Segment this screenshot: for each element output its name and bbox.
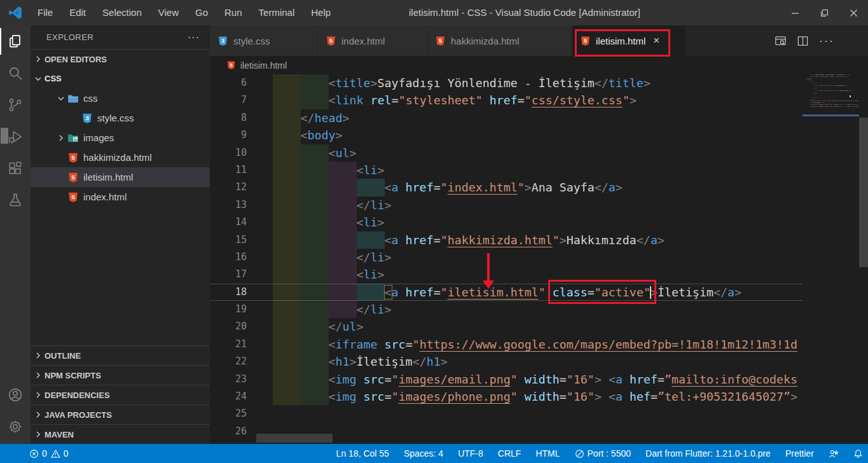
menu-terminal[interactable]: Terminal (251, 0, 303, 25)
file-item-iletisim.html[interactable]: 5iletisim.html (31, 167, 210, 187)
activity-testing[interactable] (0, 184, 31, 216)
line-number: 15 (210, 232, 247, 249)
restore-icon[interactable] (809, 0, 839, 25)
line-number: 11 (210, 162, 247, 179)
account-icon (7, 387, 24, 403)
status-prettier[interactable]: Prettier (785, 448, 814, 459)
folder-item-images[interactable]: images (31, 128, 210, 148)
tab-hakkimizda.html[interactable]: 5hakkimizda.html (427, 25, 572, 56)
activity-accounts[interactable] (0, 379, 31, 411)
open-editors-section[interactable]: OPEN EDITORS (31, 49, 210, 69)
code-line-13[interactable]: 13</li> (210, 197, 803, 214)
status-utf-8[interactable]: UTF-8 (458, 448, 483, 459)
status-0[interactable]: 0 (51, 448, 69, 459)
file-item-hakkimizda.html[interactable]: 5hakkimizda.html (31, 148, 210, 167)
menu-view[interactable]: View (150, 0, 187, 25)
more-actions-icon[interactable]: ··· (819, 34, 834, 48)
code-line-20[interactable]: 20</ul> (210, 318, 803, 335)
folder-item-css[interactable]: css (31, 88, 210, 108)
line-number: 12 (210, 179, 247, 196)
line-number: 14 (210, 214, 247, 231)
code-line-9[interactable]: 9<body> (210, 127, 803, 144)
close-icon[interactable] (839, 0, 868, 25)
menu-selection[interactable]: Selection (94, 0, 150, 25)
line-number: 6 (210, 74, 247, 92)
run-debug-icon (7, 128, 24, 145)
code-line-14[interactable]: 14<li> (210, 214, 803, 231)
status-crlf[interactable]: CRLF (498, 448, 521, 459)
status-bar: 00 Ln 18, Col 55Spaces: 4UTF-8CRLFHTMLPo… (0, 444, 868, 463)
code-line-6[interactable]: 6<title>Sayfadışı Yönlendime - İletişim<… (210, 74, 803, 92)
more-actions-icon[interactable]: ··· (188, 32, 200, 43)
status-0[interactable]: 0 (29, 448, 47, 459)
activity-extensions[interactable] (0, 153, 31, 184)
split-editor-icon[interactable] (797, 35, 809, 47)
warning-icon (51, 449, 60, 459)
open-preview-icon[interactable] (775, 35, 787, 47)
item-label: css (83, 93, 98, 104)
code-line-8[interactable]: 8</head> (210, 109, 803, 127)
tab-label: hakkimizda.html (451, 36, 520, 46)
svg-text:5: 5 (439, 38, 442, 44)
menu-go[interactable]: Go (187, 0, 216, 25)
line-number: 9 (210, 127, 247, 144)
file-item-index.html[interactable]: 5index.html (31, 187, 210, 207)
workspace-root[interactable]: CSS (31, 69, 210, 88)
code-line-11[interactable]: 11<li> (210, 162, 803, 179)
code-line-22[interactable]: 22<h1>İletişim</h1> (210, 353, 803, 370)
menu-help[interactable]: Help (303, 0, 339, 25)
code-line-19[interactable]: 19</li> (210, 301, 803, 318)
horizontal-scrollbar[interactable] (256, 434, 333, 443)
folder-css-icon (67, 93, 79, 104)
code-line-7[interactable]: 7<link rel="stylesheet" href="css/style.… (210, 92, 803, 109)
tab-style.css[interactable]: 3style.css (210, 25, 318, 56)
section-java-projects[interactable]: JAVA PROJECTS (31, 404, 210, 424)
code-line-16[interactable]: 16</li> (210, 249, 803, 266)
tab-label: index.html (341, 36, 385, 46)
files-icon (7, 33, 24, 50)
file-item-style.css[interactable]: 3style.css (31, 108, 210, 128)
activity-search[interactable] (0, 57, 31, 89)
activity-source-control[interactable] (0, 89, 31, 121)
tab-index.html[interactable]: 5index.html (318, 25, 427, 56)
minimap-current-line (803, 114, 859, 116)
status-feedback-icon[interactable] (829, 449, 839, 459)
code-editor[interactable]: 6<title>Sayfadışı Yönlendime - İletişim<… (210, 74, 803, 444)
menu-edit[interactable]: Edit (61, 0, 94, 25)
status-ln-18-col-55[interactable]: Ln 18, Col 55 (336, 448, 389, 459)
section-maven[interactable]: MAVEN (31, 424, 210, 444)
code-line-10[interactable]: 10<ul> (210, 144, 803, 162)
code-line-23[interactable]: 23<img src="images/email.png" width="16"… (210, 371, 803, 388)
section-npm-scripts[interactable]: NPM SCRIPTS (31, 365, 210, 385)
minimap[interactable]: <title>Sayfadışı Yönlendime - İletişim</… (803, 74, 859, 444)
section-outline[interactable]: OUTLINE (31, 345, 210, 365)
menu-file[interactable]: File (29, 0, 61, 25)
chevron-down-icon (34, 75, 42, 83)
status-bell-icon[interactable] (853, 449, 863, 459)
code-line-24[interactable]: 24<img src="images/phone.png" width="16"… (210, 388, 803, 405)
menu-run[interactable]: Run (216, 0, 251, 25)
activity-settings[interactable] (0, 411, 31, 443)
vertical-scrollbar[interactable] (859, 74, 868, 444)
chevron-right-icon (34, 431, 42, 438)
code-line-18[interactable]: 18<a href="iletisim.html" class="active"… (210, 284, 803, 301)
svg-text:5: 5 (329, 38, 333, 44)
code-line-12[interactable]: 12<a href="index.html">Ana Sayfa</a> (210, 179, 803, 196)
section-dependencies[interactable]: DEPENDENCIES (31, 385, 210, 404)
annotation-box-class-active (548, 280, 656, 304)
code-line-25[interactable]: 25 (210, 405, 803, 422)
status-html[interactable]: HTML (535, 448, 560, 459)
sidebar-header: EXPLORER ··· (31, 25, 210, 49)
chevron-right-icon (34, 352, 42, 359)
breadcrumb[interactable]: 5 iletisim.html (210, 56, 868, 74)
menu-bar: FileEditSelectionViewGoRunTerminalHelp (29, 0, 339, 25)
code-line-15[interactable]: 15<a href="hakkimizda.html">Hakkımızda</… (210, 232, 803, 249)
line-number: 24 (210, 388, 247, 405)
activity-explorer[interactable] (0, 25, 31, 57)
status-dart-from-flutter-1-21-0-1-0-pre[interactable]: Dart from Flutter: 1.21.0-1.0.pre (645, 448, 771, 459)
code-line-17[interactable]: 17<li> (210, 266, 803, 283)
code-line-21[interactable]: 21<iframe src="https://www.google.com/ma… (210, 336, 803, 353)
status-spaces-4[interactable]: Spaces: 4 (404, 448, 443, 459)
minimize-icon[interactable] (780, 0, 809, 25)
status-port-5500[interactable]: Port : 5500 (575, 448, 631, 459)
